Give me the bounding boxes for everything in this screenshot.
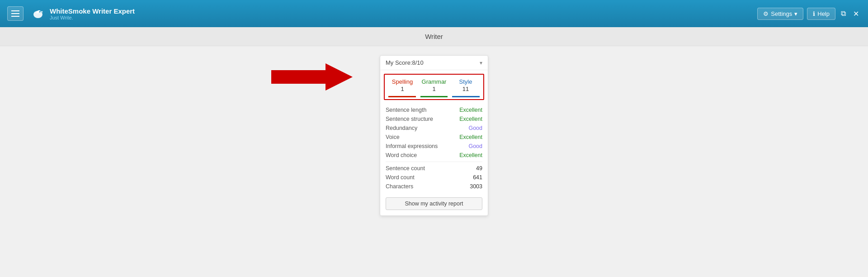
stat-sentence-length-label: Sentence length (386, 107, 426, 113)
stat-word-choice-value: Excellent (459, 152, 482, 158)
hamburger-button[interactable] (7, 6, 24, 21)
stat-sentence-count-value: 49 (476, 165, 482, 172)
main-area: Writer My Score:8/10 ▾ Spelling 1 (0, 27, 868, 277)
settings-chevron-icon: ▾ (794, 10, 797, 17)
stat-informal-value: Good (468, 143, 482, 149)
logo-title: WhiteSmoke Writer Expert (50, 7, 135, 15)
stat-word-count: Word count 641 (386, 173, 482, 182)
style-item: Style 11 (450, 78, 481, 92)
gear-icon: ⚙ (763, 10, 769, 17)
svg-marker-2 (271, 63, 353, 91)
spelling-value: 1 (401, 86, 404, 92)
logo-subtitle: Just Write. (50, 15, 135, 20)
activity-section: Show my activity report (380, 195, 488, 215)
score-header[interactable]: My Score:8/10 ▾ (380, 56, 488, 70)
header: WhiteSmoke Writer Expert Just Write. ⚙ S… (0, 0, 868, 27)
header-right: ⚙ Settings ▾ ℹ Help ⧉ ✕ (757, 8, 861, 20)
stat-word-count-label: Word count (386, 174, 415, 181)
sgs-row: Spelling 1 Grammar 1 Style 11 (385, 75, 483, 94)
hamburger-line-2 (11, 13, 19, 14)
score-panel: My Score:8/10 ▾ Spelling 1 Grammar 1 Sty… (380, 55, 488, 216)
score-label: My Score:8/10 (386, 59, 424, 66)
stat-voice-label: Voice (386, 134, 400, 140)
page-title-bar: Writer (0, 27, 868, 46)
stat-sentence-length-value: Excellent (459, 107, 482, 113)
stat-redundancy-value: Good (468, 125, 482, 131)
sgs-dividers (385, 94, 483, 99)
stat-sentence-structure: Sentence structure Excellent (386, 115, 482, 124)
stat-characters-label: Characters (386, 183, 413, 190)
stat-word-count-value: 641 (473, 174, 482, 181)
spelling-label: Spelling (392, 78, 413, 85)
style-value: 11 (462, 86, 469, 92)
style-bar (452, 96, 480, 97)
header-left: WhiteSmoke Writer Expert Just Write. (7, 5, 135, 22)
stat-characters: Characters 3003 (386, 182, 482, 191)
hamburger-line-3 (11, 16, 19, 17)
logo-bird-icon (30, 5, 46, 22)
help-button[interactable]: ℹ Help (807, 8, 835, 20)
grammar-value: 1 (432, 86, 435, 92)
close-button[interactable]: ✕ (851, 8, 861, 20)
grammar-bar (420, 96, 448, 97)
stat-redundancy-label: Redundancy (386, 125, 417, 131)
stat-informal-expressions: Informal expressions Good (386, 142, 482, 151)
svg-point-1 (39, 11, 41, 13)
stat-voice: Voice Excellent (386, 133, 482, 142)
stats-section: Sentence length Excellent Sentence struc… (380, 104, 488, 195)
arrow-indicator (271, 63, 353, 92)
content-area: My Score:8/10 ▾ Spelling 1 Grammar 1 Sty… (0, 46, 868, 277)
restore-button[interactable]: ⧉ (839, 8, 848, 19)
info-icon: ℹ (813, 10, 815, 17)
stat-informal-label: Informal expressions (386, 143, 438, 149)
stat-sentence-structure-value: Excellent (459, 116, 482, 122)
stat-characters-value: 3003 (470, 183, 482, 190)
stat-sentence-structure-label: Sentence structure (386, 116, 433, 122)
grammar-label: Grammar (422, 78, 447, 85)
stat-word-choice-label: Word choice (386, 152, 417, 158)
settings-button[interactable]: ⚙ Settings ▾ (757, 8, 803, 20)
hamburger-line-1 (11, 10, 19, 11)
stat-redundancy: Redundancy Good (386, 124, 482, 133)
page-title: Writer (425, 33, 443, 40)
help-label: Help (817, 10, 830, 17)
stat-sentence-count-label: Sentence count (386, 165, 425, 172)
red-arrow-icon (271, 63, 353, 91)
style-label: Style (459, 78, 472, 85)
chevron-down-icon: ▾ (480, 60, 482, 66)
settings-label: Settings (771, 10, 792, 17)
show-activity-report-button[interactable]: Show my activity report (386, 197, 482, 210)
logo-area: WhiteSmoke Writer Expert Just Write. (30, 5, 135, 22)
logo-text-area: WhiteSmoke Writer Expert Just Write. (50, 7, 135, 20)
sgs-box: Spelling 1 Grammar 1 Style 11 (384, 74, 484, 100)
stat-word-choice: Word choice Excellent (386, 151, 482, 160)
spelling-bar (388, 96, 416, 97)
stat-sentence-count: Sentence count 49 (386, 164, 482, 173)
grammar-item: Grammar 1 (418, 78, 450, 92)
stat-sentence-length: Sentence length Excellent (386, 105, 482, 115)
stat-voice-value: Excellent (459, 134, 482, 140)
divider (386, 162, 482, 162)
spelling-item: Spelling 1 (387, 78, 418, 92)
